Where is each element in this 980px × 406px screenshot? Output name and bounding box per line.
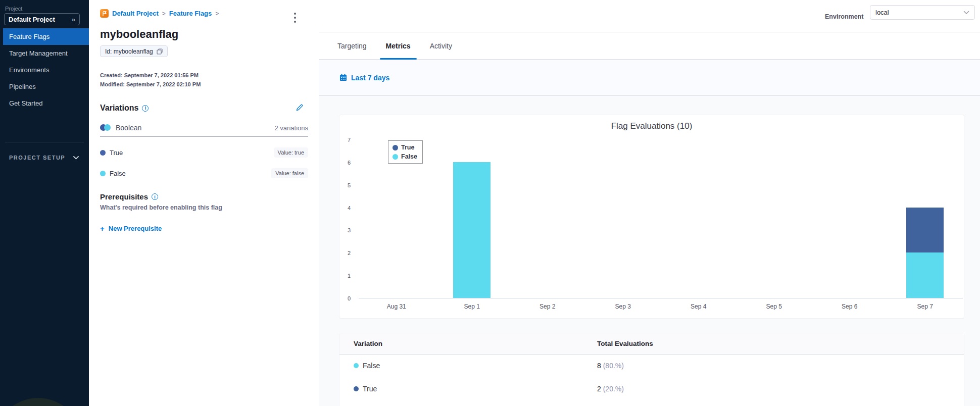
sidebar-nav: Feature Flags Target Management Environm… [0, 28, 89, 112]
kebab-menu-icon[interactable] [290, 10, 300, 25]
breadcrumb-separator: > [162, 10, 166, 17]
flag-detail-panel: Default Project > Feature Flags > mybool… [89, 0, 319, 406]
sidebar-item-environments[interactable]: Environments [0, 62, 89, 78]
variation-name: True [110, 149, 274, 157]
bar-false-sep-1[interactable] [453, 162, 491, 298]
x-tick-label: Sep 4 [661, 303, 737, 310]
project-selector[interactable]: Default Project » [4, 13, 80, 25]
variation-row-true: True Value: true [100, 147, 308, 158]
y-tick-label: 4 [339, 205, 351, 212]
legend-label: False [401, 153, 417, 160]
project-setup-label: PROJECT SETUP [9, 155, 65, 161]
x-tick-label: Aug 31 [359, 303, 434, 310]
y-tick-label: 7 [339, 136, 351, 143]
variation-value-pill: Value: true [274, 147, 308, 158]
true-variation-dot [100, 150, 106, 156]
variations-heading: Variations i [100, 104, 149, 113]
double-chevron-right-icon: » [72, 16, 75, 23]
evaluations-chart-card: Flag Evaluations (10) TrueFalse 01234567… [339, 115, 964, 318]
x-tick-label: Sep 2 [510, 303, 585, 310]
edit-variations-button[interactable] [296, 104, 304, 112]
feature-flags-module-icon [100, 9, 109, 18]
chart-legend: TrueFalse [388, 140, 423, 164]
x-tick-label: Sep 1 [434, 303, 510, 310]
project-selector-value: Default Project [9, 16, 72, 23]
sidebar-divider [5, 142, 84, 142]
chevron-down-icon [963, 11, 969, 15]
y-tick-label: 0 [339, 295, 351, 302]
chart-title: Flag Evaluations (10) [339, 121, 964, 131]
variation-row-false: False Value: false [100, 168, 308, 178]
sidebar-item-target-management[interactable]: Target Management [0, 45, 89, 62]
legend-label: True [401, 144, 414, 151]
column-total-evaluations: Total Evaluations [597, 340, 653, 347]
variation-value-pill: Value: false [271, 168, 308, 178]
legend-entry[interactable]: True [393, 143, 417, 152]
variation-type-label: Boolean [116, 124, 275, 132]
x-tick-label: Sep 3 [585, 303, 661, 310]
info-icon[interactable]: i [142, 105, 149, 112]
false-variation-dot [100, 171, 106, 176]
flag-modified: Modified: September 7, 2022 02:10 PM [100, 81, 201, 87]
metrics-panel: Environment local Targeting Metrics Acti… [319, 0, 980, 406]
flag-title: mybooleanflag [100, 28, 178, 41]
prerequisites-heading: Prerequisites i [100, 192, 158, 201]
divider [100, 136, 308, 137]
bar-true-sep-7[interactable] [906, 208, 944, 253]
new-prerequisite-label: New Prerequisite [109, 225, 162, 232]
flag-id-pill[interactable]: Id: mybooleanflag [100, 45, 168, 57]
pencil-icon [296, 104, 304, 112]
row-total: 8 (80.%) [597, 362, 624, 370]
boolean-type-icon [100, 124, 111, 131]
prerequisites-description: What's required before enabling this fla… [100, 204, 222, 211]
y-tick-label: 2 [339, 249, 351, 257]
breadcrumb-default-project[interactable]: Default Project [112, 10, 159, 17]
environment-header: Environment local [319, 0, 980, 32]
help-bubble-arc[interactable] [0, 398, 82, 406]
copy-icon[interactable] [157, 48, 163, 55]
date-range-bar: Last 7 days [319, 60, 980, 96]
environment-select[interactable]: local [870, 5, 975, 20]
breadcrumb-feature-flags[interactable]: Feature Flags [169, 10, 212, 17]
sidebar-item-feature-flags[interactable]: Feature Flags [3, 28, 89, 45]
project-setup-toggle[interactable]: PROJECT SETUP [9, 155, 79, 161]
y-tick-label: 1 [339, 272, 351, 279]
chevron-down-icon [73, 156, 79, 160]
x-tick-label: Sep 6 [812, 303, 888, 310]
sidebar-item-get-started[interactable]: Get Started [0, 95, 89, 112]
x-tick-label: Sep 7 [888, 303, 963, 310]
sidebar: Project Default Project » Feature Flags … [0, 0, 89, 406]
legend-entry[interactable]: False [393, 152, 417, 161]
date-range-button[interactable]: Last 7 days [339, 74, 389, 82]
new-prerequisite-button[interactable]: + New Prerequisite [100, 224, 162, 233]
chart-plot-area [359, 140, 963, 298]
date-range-label: Last 7 days [351, 74, 389, 82]
y-tick-label: 6 [339, 159, 351, 166]
variation-name: False [110, 170, 271, 177]
breadcrumb: Default Project > Feature Flags > [100, 9, 219, 18]
bar-false-sep-7[interactable] [906, 252, 944, 298]
tab-activity[interactable]: Activity [424, 33, 458, 59]
table-row-true: True 2 (20.%) [339, 378, 964, 400]
legend-dot [393, 154, 398, 160]
flag-id-label: Id: mybooleanflag [105, 48, 153, 55]
breadcrumb-separator: > [215, 10, 219, 17]
flag-created: Created: September 7, 2022 01:56 PM [100, 72, 199, 78]
info-icon[interactable]: i [152, 193, 158, 200]
variation-count: 2 variations [275, 124, 308, 132]
sidebar-item-pipelines[interactable]: Pipelines [0, 78, 89, 95]
calendar-icon [339, 74, 347, 81]
legend-dot [393, 145, 398, 150]
true-variation-dot [354, 386, 359, 391]
row-variation-name: False [363, 362, 380, 370]
tab-metrics[interactable]: Metrics [380, 33, 417, 59]
tab-targeting[interactable]: Targeting [331, 33, 373, 59]
variation-type-row: Boolean 2 variations [100, 124, 308, 132]
column-variation: Variation [354, 340, 382, 347]
evaluations-table-card: Variation Total Evaluations False 8 (80.… [339, 333, 964, 406]
flag-tabs: Targeting Metrics Activity [319, 33, 980, 60]
y-tick-label: 5 [339, 182, 351, 189]
plus-icon: + [100, 224, 105, 233]
false-variation-dot [354, 363, 359, 368]
y-tick-label: 3 [339, 227, 351, 234]
